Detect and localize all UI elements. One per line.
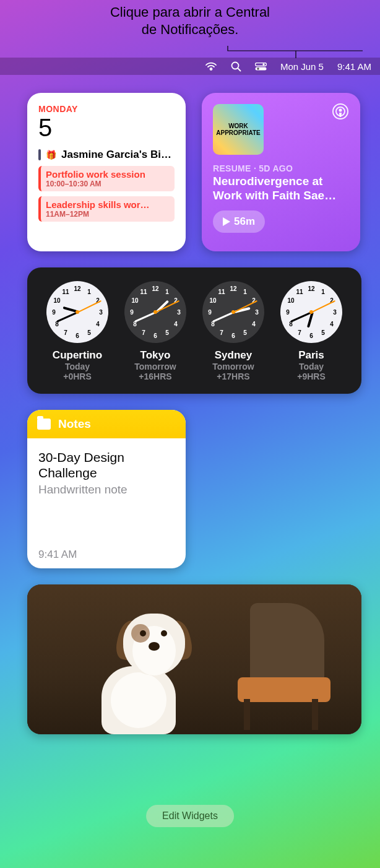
event-time: 10:00–10:30 AM <box>46 180 170 188</box>
event-title: Portfolio work session <box>46 169 170 180</box>
note-title: 30-Day Design Challenge <box>38 449 175 480</box>
clock-relative-day: Today <box>65 362 90 371</box>
clock-offset: +16HRS <box>139 371 171 381</box>
event-time: 11AM–12PM <box>46 210 170 219</box>
clock-face: 123456789101112 <box>46 281 108 343</box>
gift-icon: 🎁 <box>46 150 56 160</box>
clock-item: 123456789101112SydneyTomorrow+17HRS <box>197 281 270 381</box>
podcast-title: Neurodivergence at Work with Faith Sae… <box>213 175 349 203</box>
svg-line-1 <box>238 68 241 71</box>
annotation-line1: Clique para abrir a Central <box>110 4 270 20</box>
calendar-day-label: MONDAY <box>38 104 175 114</box>
calendar-date: 5 <box>38 115 175 140</box>
notes-app-name: Notes <box>58 417 91 431</box>
spotlight-search-icon[interactable] <box>231 61 241 72</box>
annotation-connector <box>0 46 380 61</box>
clock-city: Paris <box>298 349 324 362</box>
clock-city: Tokyo <box>140 349 171 362</box>
menubar-time[interactable]: 9:41 AM <box>337 61 371 72</box>
clock-item: 123456789101112ParisToday+9HRS <box>275 281 348 381</box>
clock-offset: +9HRS <box>297 371 326 381</box>
clock-item: 123456789101112TokyoTomorrow+16HRS <box>119 281 192 381</box>
clock-face: 123456789101112 <box>280 281 342 343</box>
clock-face: 123456789101112 <box>202 281 264 343</box>
clock-city: Sydney <box>215 349 252 362</box>
play-icon <box>223 217 230 226</box>
clock-offset: +17HRS <box>217 371 249 381</box>
podcasts-widget[interactable]: WORK APPROPRIATE RESUME · 5D AGO Neurodi… <box>202 93 360 251</box>
world-clock-widget[interactable]: 123456789101112CupertinoToday+0HRS123456… <box>27 267 361 394</box>
clock-relative-day: Today <box>299 362 324 371</box>
podcast-art-label: WORK APPROPRIATE <box>213 123 264 136</box>
calendar-birthday-row: 🎁 Jasmine Garcia's Bi… <box>38 149 175 161</box>
menubar-date[interactable]: Mon Jun 5 <box>280 61 324 72</box>
birthday-indicator <box>38 149 41 160</box>
notification-center-widgets: MONDAY 5 🎁 Jasmine Garcia's Bi… Portfoli… <box>27 93 361 734</box>
annotation-line2: de Notificações. <box>142 22 239 37</box>
note-time: 9:41 AM <box>38 549 175 561</box>
clock-face: 123456789101112 <box>124 281 186 343</box>
svg-point-8 <box>339 109 342 112</box>
svg-point-5 <box>257 67 259 69</box>
svg-rect-2 <box>255 63 266 66</box>
clock-city: Cupertino <box>53 349 102 362</box>
clock-relative-day: Tomorrow <box>212 362 254 371</box>
note-subtitle: Handwritten note <box>38 483 175 497</box>
calendar-event: Leadership skills wor… 11AM–12PM <box>38 196 175 222</box>
folder-icon <box>37 419 51 430</box>
clock-offset: +0HRS <box>63 371 92 381</box>
notes-widget[interactable]: Notes 30-Day Design Challenge Handwritte… <box>27 410 186 568</box>
calendar-widget[interactable]: MONDAY 5 🎁 Jasmine Garcia's Bi… Portfoli… <box>27 93 186 251</box>
podcast-artwork: WORK APPROPRIATE <box>213 104 264 155</box>
svg-point-3 <box>262 63 264 65</box>
edit-widgets-button[interactable]: Edit Widgets <box>146 805 234 827</box>
event-title: Leadership skills wor… <box>46 199 170 210</box>
svg-rect-4 <box>255 67 266 70</box>
wifi-icon[interactable] <box>205 62 217 71</box>
birthday-text: Jasmine Garcia's Bi… <box>61 149 171 161</box>
clock-item: 123456789101112CupertinoToday+0HRS <box>41 281 114 381</box>
annotation-callout: Clique para abrir a Central de Notificaç… <box>0 4 380 38</box>
podcasts-app-icon <box>332 103 349 123</box>
podcast-duration: 56m <box>234 215 255 228</box>
control-center-icon[interactable] <box>255 63 267 71</box>
notes-header: Notes <box>27 410 186 438</box>
podcast-status: RESUME · 5D AGO <box>213 163 349 173</box>
clock-relative-day: Tomorrow <box>134 362 176 371</box>
photo-content <box>27 584 361 734</box>
calendar-event: Portfolio work session 10:00–10:30 AM <box>38 166 175 191</box>
photos-widget[interactable] <box>27 584 361 734</box>
podcast-play-button[interactable]: 56m <box>213 210 265 233</box>
